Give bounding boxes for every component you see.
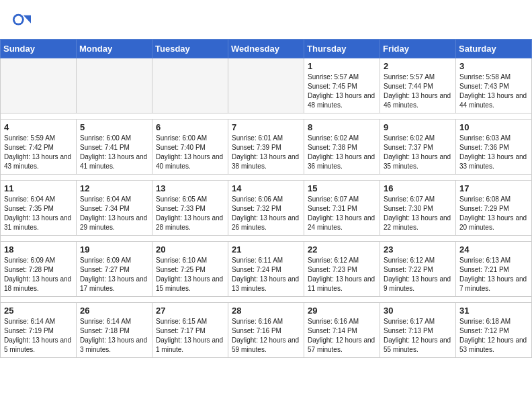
calendar-day-cell: 3Sunrise: 5:58 AM Sunset: 7:43 PM Daylig… — [456, 58, 532, 113]
day-info: Sunrise: 6:14 AM Sunset: 7:19 PM Dayligh… — [4, 317, 73, 355]
svg-marker-1 — [24, 15, 31, 24]
day-info: Sunrise: 5:57 AM Sunset: 7:44 PM Dayligh… — [384, 73, 452, 110]
day-number: 6 — [156, 122, 224, 132]
logo-icon — [12, 12, 31, 31]
calendar-day-cell: 12Sunrise: 6:04 AM Sunset: 7:34 PM Dayli… — [77, 181, 152, 236]
day-info: Sunrise: 6:07 AM Sunset: 7:31 PM Dayligh… — [308, 195, 376, 232]
day-number: 23 — [384, 244, 452, 255]
calendar-header-row: SundayMondayTuesdayWednesdayThursdayFrid… — [1, 40, 532, 58]
day-number: 17 — [459, 183, 528, 193]
svg-point-2 — [15, 16, 22, 24]
calendar-day-cell: 31Sunrise: 6:18 AM Sunset: 7:12 PM Dayli… — [456, 303, 532, 358]
calendar-day-cell: 14Sunrise: 6:06 AM Sunset: 7:32 PM Dayli… — [228, 181, 304, 236]
day-info: Sunrise: 6:01 AM Sunset: 7:39 PM Dayligh… — [232, 134, 300, 171]
calendar-day-cell: 1Sunrise: 5:57 AM Sunset: 7:45 PM Daylig… — [304, 58, 380, 113]
day-info: Sunrise: 6:12 AM Sunset: 7:23 PM Dayligh… — [308, 256, 376, 293]
day-info: Sunrise: 6:02 AM Sunset: 7:38 PM Dayligh… — [308, 134, 376, 171]
calendar-day-cell: 5Sunrise: 6:00 AM Sunset: 7:41 PM Daylig… — [77, 120, 152, 175]
weekday-header: Sunday — [1, 40, 77, 58]
calendar-day-cell: 18Sunrise: 6:09 AM Sunset: 7:28 PM Dayli… — [1, 242, 77, 297]
day-number: 24 — [459, 244, 528, 255]
day-number: 11 — [4, 183, 73, 193]
weekday-header: Friday — [380, 40, 456, 58]
day-info: Sunrise: 6:12 AM Sunset: 7:22 PM Dayligh… — [384, 256, 452, 293]
day-info: Sunrise: 6:07 AM Sunset: 7:30 PM Dayligh… — [384, 195, 452, 232]
day-info: Sunrise: 6:05 AM Sunset: 7:33 PM Dayligh… — [156, 195, 224, 232]
day-number: 1 — [308, 61, 376, 71]
day-number: 25 — [4, 306, 73, 316]
day-number: 28 — [232, 306, 300, 316]
weekday-header: Tuesday — [152, 40, 228, 58]
day-info: Sunrise: 5:57 AM Sunset: 7:45 PM Dayligh… — [308, 73, 376, 110]
day-info: Sunrise: 5:59 AM Sunset: 7:42 PM Dayligh… — [4, 134, 73, 171]
calendar-day-cell: 24Sunrise: 6:13 AM Sunset: 7:21 PM Dayli… — [456, 242, 532, 297]
calendar-day-cell: 13Sunrise: 6:05 AM Sunset: 7:33 PM Dayli… — [152, 181, 228, 236]
calendar-day-cell — [152, 58, 228, 113]
day-number: 7 — [232, 122, 300, 132]
calendar-day-cell: 15Sunrise: 6:07 AM Sunset: 7:31 PM Dayli… — [304, 181, 380, 236]
day-number: 16 — [384, 183, 452, 193]
week-spacer-row — [1, 236, 532, 242]
day-info: Sunrise: 6:02 AM Sunset: 7:37 PM Dayligh… — [384, 134, 452, 171]
day-info: Sunrise: 6:06 AM Sunset: 7:32 PM Dayligh… — [232, 195, 300, 232]
day-number: 30 — [384, 306, 452, 316]
day-number: 8 — [308, 122, 376, 132]
calendar-day-cell: 21Sunrise: 6:11 AM Sunset: 7:24 PM Dayli… — [228, 242, 304, 297]
day-info: Sunrise: 6:00 AM Sunset: 7:40 PM Dayligh… — [156, 134, 224, 171]
calendar-day-cell — [1, 58, 77, 113]
calendar-day-cell: 30Sunrise: 6:17 AM Sunset: 7:13 PM Dayli… — [380, 303, 456, 358]
weekday-header: Wednesday — [228, 40, 304, 58]
day-number: 22 — [308, 244, 376, 255]
day-info: Sunrise: 6:17 AM Sunset: 7:13 PM Dayligh… — [384, 317, 452, 355]
day-info: Sunrise: 6:00 AM Sunset: 7:41 PM Dayligh… — [80, 134, 148, 171]
calendar-week-row: 4Sunrise: 5:59 AM Sunset: 7:42 PM Daylig… — [1, 120, 532, 175]
day-info: Sunrise: 6:09 AM Sunset: 7:28 PM Dayligh… — [4, 256, 73, 293]
day-number: 12 — [80, 183, 148, 193]
calendar-day-cell: 2Sunrise: 5:57 AM Sunset: 7:44 PM Daylig… — [380, 58, 456, 113]
day-number: 29 — [308, 306, 376, 316]
calendar-day-cell — [228, 58, 304, 113]
calendar-day-cell: 27Sunrise: 6:15 AM Sunset: 7:17 PM Dayli… — [152, 303, 228, 358]
day-info: Sunrise: 6:13 AM Sunset: 7:21 PM Dayligh… — [459, 256, 528, 293]
calendar-day-cell: 17Sunrise: 6:08 AM Sunset: 7:29 PM Dayli… — [456, 181, 532, 236]
day-number: 31 — [459, 306, 528, 316]
day-number: 19 — [80, 244, 148, 255]
day-number: 9 — [384, 122, 452, 132]
calendar-day-cell: 23Sunrise: 6:12 AM Sunset: 7:22 PM Dayli… — [380, 242, 456, 297]
page-header — [0, 0, 532, 36]
calendar-day-cell: 8Sunrise: 6:02 AM Sunset: 7:38 PM Daylig… — [304, 120, 380, 175]
day-info: Sunrise: 6:16 AM Sunset: 7:16 PM Dayligh… — [232, 317, 300, 355]
logo — [12, 12, 34, 31]
day-number: 27 — [156, 306, 224, 316]
calendar-day-cell: 25Sunrise: 6:14 AM Sunset: 7:19 PM Dayli… — [1, 303, 77, 358]
calendar-table: SundayMondayTuesdayWednesdayThursdayFrid… — [0, 39, 532, 358]
week-spacer-row — [1, 113, 532, 120]
day-number: 21 — [232, 244, 300, 255]
week-spacer-row — [1, 297, 532, 303]
calendar-day-cell: 22Sunrise: 6:12 AM Sunset: 7:23 PM Dayli… — [304, 242, 380, 297]
day-number: 3 — [459, 61, 528, 71]
calendar-week-row: 18Sunrise: 6:09 AM Sunset: 7:28 PM Dayli… — [1, 242, 532, 297]
day-info: Sunrise: 6:08 AM Sunset: 7:29 PM Dayligh… — [459, 195, 528, 232]
day-info: Sunrise: 6:14 AM Sunset: 7:18 PM Dayligh… — [80, 317, 148, 355]
week-spacer-row — [1, 175, 532, 181]
calendar-week-row: 25Sunrise: 6:14 AM Sunset: 7:19 PM Dayli… — [1, 303, 532, 358]
calendar-day-cell: 7Sunrise: 6:01 AM Sunset: 7:39 PM Daylig… — [228, 120, 304, 175]
day-info: Sunrise: 5:58 AM Sunset: 7:43 PM Dayligh… — [459, 73, 528, 110]
day-info: Sunrise: 6:10 AM Sunset: 7:25 PM Dayligh… — [156, 256, 224, 293]
day-info: Sunrise: 6:03 AM Sunset: 7:36 PM Dayligh… — [459, 134, 528, 171]
calendar-day-cell: 20Sunrise: 6:10 AM Sunset: 7:25 PM Dayli… — [152, 242, 228, 297]
day-number: 2 — [384, 61, 452, 71]
calendar-week-row: 11Sunrise: 6:04 AM Sunset: 7:35 PM Dayli… — [1, 181, 532, 236]
day-number: 20 — [156, 244, 224, 255]
weekday-header: Monday — [77, 40, 152, 58]
day-number: 26 — [80, 306, 148, 316]
calendar-day-cell — [77, 58, 152, 113]
calendar-day-cell: 26Sunrise: 6:14 AM Sunset: 7:18 PM Dayli… — [77, 303, 152, 358]
calendar-day-cell: 10Sunrise: 6:03 AM Sunset: 7:36 PM Dayli… — [456, 120, 532, 175]
calendar-day-cell: 11Sunrise: 6:04 AM Sunset: 7:35 PM Dayli… — [1, 181, 77, 236]
weekday-header: Saturday — [456, 40, 532, 58]
day-info: Sunrise: 6:15 AM Sunset: 7:17 PM Dayligh… — [156, 317, 224, 355]
day-number: 15 — [308, 183, 376, 193]
weekday-header: Thursday — [304, 40, 380, 58]
